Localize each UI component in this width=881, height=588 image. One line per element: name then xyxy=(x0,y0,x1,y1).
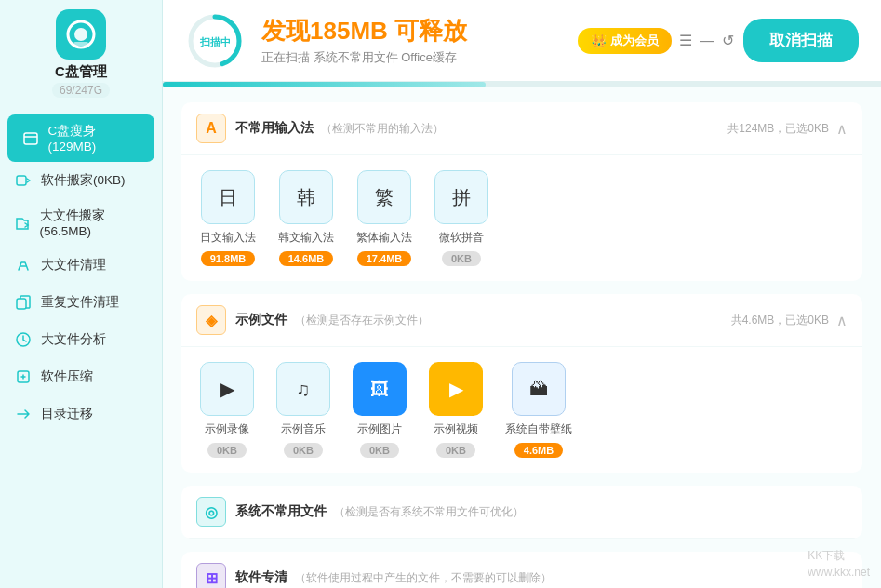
scan-sub: 正在扫描 系统不常用文件 Office缓存 xyxy=(261,49,467,66)
item-card[interactable]: 拼 微软拼音 0KB xyxy=(434,170,488,266)
item-icon: ♫ xyxy=(276,362,330,416)
section-title-sample-files: 示例文件 xyxy=(235,312,287,328)
section-icon-sys-unused: ◎ xyxy=(196,497,226,527)
duplicate-icon xyxy=(13,292,33,313)
section-icon-input-method: A xyxy=(196,114,226,143)
item-label: 示例视频 xyxy=(434,421,478,437)
item-card[interactable]: ▶ 示例视频 0KB xyxy=(429,362,483,458)
item-size: 0KB xyxy=(442,251,481,266)
sidebar-item-slim[interactable]: C盘瘦身(129MB) xyxy=(7,114,154,162)
section-header-software-clean: ⊞ 软件专清 （软件使用过程中产生的文件，不需要的可以删除） xyxy=(181,552,862,588)
svg-text:扫描中: 扫描中 xyxy=(199,36,231,47)
sidebar-item-label: 目录迁移 xyxy=(41,406,93,422)
scan-suffix: 可释放 xyxy=(388,17,467,45)
refresh-icon[interactable]: ↺ xyxy=(722,32,734,49)
item-label: 示例音乐 xyxy=(281,421,326,437)
item-card[interactable]: ♫ 示例音乐 0KB xyxy=(276,362,330,458)
section-sample-files: ◈ 示例文件 （检测是否存在示例文件） 共4.6MB，已选0KB ∧ ▶ 示例录… xyxy=(181,294,862,473)
sidebar-item-label: 重复文件清理 xyxy=(41,294,119,311)
item-label: 繁体输入法 xyxy=(356,230,412,246)
section-meta-input-method: 共124MB，已选0KB ∧ xyxy=(727,120,848,138)
item-size: 0KB xyxy=(436,443,475,458)
progress-ring: 扫描中 xyxy=(185,11,245,71)
section-header-sample-files: ◈ 示例文件 （检测是否存在示例文件） 共4.6MB，已选0KB ∧ xyxy=(181,294,862,347)
topbar-left: 扫描中 发现185MB 可释放 正在扫描 系统不常用文件 Office缓存 xyxy=(185,11,467,71)
section-title-input-method: 不常用输入法 xyxy=(235,120,314,137)
sidebar: C盘管理 69/247G C盘瘦身(129MB) 软件搬家(0KB) 大文件搬家… xyxy=(0,0,163,588)
sidebar-logo: C盘管理 69/247G xyxy=(52,9,110,98)
menu-icon[interactable]: ☰ xyxy=(679,32,692,49)
move-app-icon xyxy=(13,170,33,191)
sidebar-item-label: 大文件搬家(56.5MB) xyxy=(40,207,149,238)
crown-icon: 👑 xyxy=(591,33,607,48)
section-sys-unused: ◎ 系统不常用文件 （检测是否有系统不常用文件可优化） xyxy=(181,486,862,539)
item-label: 日文输入法 xyxy=(200,230,256,246)
item-size: 14.6MB xyxy=(279,251,334,266)
svg-rect-2 xyxy=(73,42,88,46)
minimize-icon[interactable]: — xyxy=(700,33,714,49)
item-icon: 繁 xyxy=(357,170,411,224)
section-software-clean: ⊞ 软件专清 （软件使用过程中产生的文件，不需要的可以删除） xyxy=(181,552,862,588)
section-desc-input-method: （检测不常用的输入法） xyxy=(321,121,444,137)
sidebar-item-compress[interactable]: 软件压缩 xyxy=(0,358,162,395)
logo-icon xyxy=(56,9,106,60)
items-row-sample-files: ▶ 示例录像 0KB ♫ 示例音乐 0KB 🖼 示例图片 0KB ▶ 示例视频 … xyxy=(181,347,862,473)
section-toggle-input-method[interactable]: ∧ xyxy=(836,120,848,138)
sidebar-item-label: 大文件清理 xyxy=(41,257,106,274)
scan-title-text: 发现 xyxy=(261,17,310,45)
storage-label: 69/247G xyxy=(52,83,110,98)
app-title: C盘管理 xyxy=(55,63,107,81)
section-icon-sample-files: ◈ xyxy=(196,305,226,335)
sidebar-item-move-app[interactable]: 软件搬家(0KB) xyxy=(0,162,162,199)
section-icon-software-clean: ⊞ xyxy=(196,563,226,588)
svg-rect-5 xyxy=(17,176,26,185)
sidebar-item-duplicate[interactable]: 重复文件清理 xyxy=(0,284,162,321)
sidebar-item-label: 软件搬家(0KB) xyxy=(41,172,126,189)
item-card[interactable]: 韩 韩文输入法 14.6MB xyxy=(278,170,334,266)
section-meta-sample-files: 共4.6MB，已选0KB ∧ xyxy=(731,312,848,329)
main-area: 扫描中 发现185MB 可释放 正在扫描 系统不常用文件 Office缓存 👑 … xyxy=(163,0,881,588)
sidebar-item-migrate[interactable]: 目录迁移 xyxy=(0,395,162,433)
section-input-method: A 不常用输入法 （检测不常用的输入法） 共124MB，已选0KB ∧ 日 日文… xyxy=(181,102,862,281)
section-desc-sys-unused: （检测是否有系统不常用文件可优化） xyxy=(334,504,524,520)
sidebar-item-move-file[interactable]: 大文件搬家(56.5MB) xyxy=(0,199,162,247)
svg-rect-7 xyxy=(17,299,26,309)
topbar-icons: 👑 成为会员 ☰ — ↺ xyxy=(578,28,734,54)
item-card[interactable]: 🏔 系统自带壁纸 4.6MB xyxy=(505,362,572,458)
migrate-icon xyxy=(13,404,33,424)
section-toggle-sample-files[interactable]: ∧ xyxy=(836,312,848,329)
watermark: KK下载 www.kkx.net xyxy=(808,547,870,581)
sidebar-item-label: 大文件分析 xyxy=(41,331,106,348)
slim-icon xyxy=(20,128,40,149)
item-card[interactable]: 日 日文输入法 91.8MB xyxy=(200,170,256,266)
item-label: 示例图片 xyxy=(357,421,402,437)
section-header-sys-unused: ◎ 系统不常用文件 （检测是否有系统不常用文件可优化） xyxy=(181,486,862,539)
item-card[interactable]: ▶ 示例录像 0KB xyxy=(200,362,254,458)
item-icon: 拼 xyxy=(434,170,488,224)
item-icon: 韩 xyxy=(279,170,333,224)
sidebar-item-analyze[interactable]: 大文件分析 xyxy=(0,321,162,358)
content-area: A 不常用输入法 （检测不常用的输入法） 共124MB，已选0KB ∧ 日 日文… xyxy=(163,87,881,588)
item-icon: ▶ xyxy=(429,362,483,416)
scan-highlight: 185MB xyxy=(310,17,388,45)
topbar-right: 👑 成为会员 ☰ — ↺ 取消扫描 xyxy=(578,19,859,62)
item-card[interactable]: 🖼 示例图片 0KB xyxy=(353,362,407,458)
item-card[interactable]: 繁 繁体输入法 17.4MB xyxy=(356,170,412,266)
svg-point-1 xyxy=(74,28,87,41)
item-size: 0KB xyxy=(360,443,399,458)
item-label: 示例录像 xyxy=(205,421,249,437)
item-icon: 🏔 xyxy=(512,362,566,416)
topbar: 扫描中 发现185MB 可释放 正在扫描 系统不常用文件 Office缓存 👑 … xyxy=(163,0,881,82)
vip-label: 成为会员 xyxy=(610,33,659,49)
section-desc-sample-files: （检测是否存在示例文件） xyxy=(295,313,429,328)
analyze-icon xyxy=(13,329,33,350)
clean-icon xyxy=(13,255,33,275)
cancel-scan-button[interactable]: 取消扫描 xyxy=(743,19,859,62)
topbar-info: 发现185MB 可释放 正在扫描 系统不常用文件 Office缓存 xyxy=(261,15,467,66)
vip-button[interactable]: 👑 成为会员 xyxy=(578,28,672,54)
sidebar-item-clean[interactable]: 大文件清理 xyxy=(0,247,162,284)
item-label: 韩文输入法 xyxy=(278,230,334,246)
sidebar-item-label: C盘瘦身(129MB) xyxy=(47,123,141,154)
section-title-software-clean: 软件专清 xyxy=(235,569,287,586)
item-size: 0KB xyxy=(284,443,323,458)
